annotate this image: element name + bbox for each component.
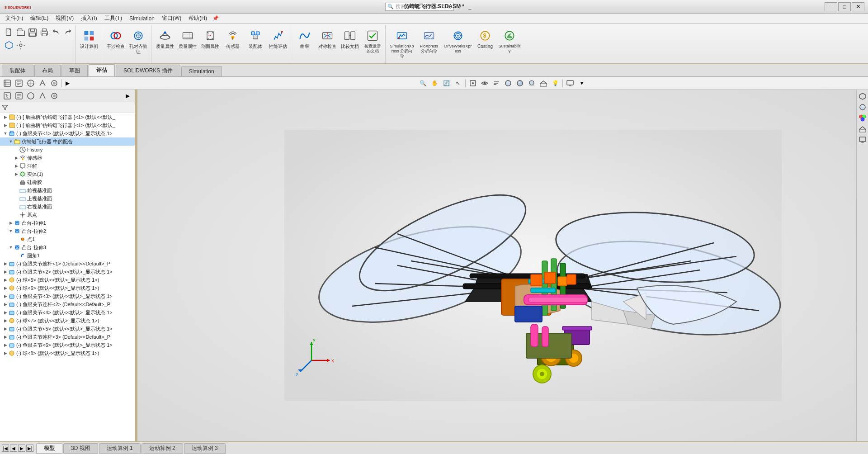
interference-btn[interactable]: 干涉检查	[105, 26, 127, 58]
new-btn[interactable]	[4, 27, 14, 38]
feature-tree-tab[interactable]	[2, 90, 13, 101]
restore-button[interactable]: □	[838, 2, 851, 11]
menu-simulation[interactable]: Simulation	[126, 14, 158, 23]
expand-arrow-b6[interactable]: ▶	[3, 286, 8, 290]
more-icon[interactable]: ▾	[576, 78, 587, 89]
nav-left-most[interactable]: |◀	[2, 445, 9, 452]
tree-item-fish-joint6[interactable]: ▶ (-) 鱼眼关节<6> (默认<<默认>_显示状态 1>	[0, 341, 135, 349]
quality-btn[interactable]: 质量属性	[177, 26, 198, 58]
expand-arrow-b5[interactable]: ▶	[3, 278, 8, 282]
menu-tools[interactable]: 工具(T)	[101, 14, 126, 23]
menu-help[interactable]: 帮助(H)	[185, 14, 211, 23]
expand-arrow-sensor[interactable]: ▶	[14, 156, 19, 160]
close-button[interactable]: ✕	[852, 2, 864, 11]
expand-arrow-fj2[interactable]: ▶	[3, 270, 8, 274]
tree-item-ball6[interactable]: ▶ (-) 球<6> (默认<<默认>_显示状态 1>)	[0, 284, 135, 292]
nav-right[interactable]: ▶	[18, 445, 25, 452]
tab-motion2[interactable]: 运动算例 2	[142, 443, 183, 454]
snap-icon[interactable]	[467, 78, 478, 89]
expand-arrow-annot[interactable]: ▶	[14, 164, 19, 168]
view-selection-icon[interactable]: ↖	[453, 78, 463, 89]
view-pan-icon[interactable]: ✋	[429, 78, 440, 89]
tree-item-top-plane[interactable]: 上视基准面	[0, 194, 135, 203]
sim-xpress-btn[interactable]: SimulationXpress 分析向导	[388, 26, 415, 60]
menu-edit[interactable]: 编辑(E)	[27, 14, 52, 23]
tree-item-ball5[interactable]: ▶ (-) 球<5> (默认<<默认>_显示状态 1>)	[0, 276, 135, 284]
lights-icon[interactable]: 💡	[550, 78, 561, 89]
save-btn[interactable]	[27, 27, 38, 38]
expand-arrow-boss3[interactable]: ▼	[8, 245, 14, 250]
expand-left-panel[interactable]: ▶	[122, 90, 133, 101]
tree-item-ball7[interactable]: ▶ (-) 球<7> (默认<<默认>_显示状态 1>)	[0, 317, 135, 325]
tab-assembly[interactable]: 装配体	[2, 65, 33, 76]
perf-eval-btn[interactable]: 性能评估	[267, 26, 289, 58]
pin-menu[interactable]: 📌	[212, 15, 219, 21]
tab-motion3[interactable]: 运动算例 3	[184, 443, 226, 454]
expand-arrow-fj5[interactable]: ▶	[3, 326, 8, 331]
scenes-btn[interactable]	[858, 124, 868, 134]
viewport-canvas[interactable]: x y z	[137, 90, 856, 441]
expand-arrow-folder[interactable]: ▼	[8, 139, 14, 144]
tree-item-joint-link2[interactable]: ▶ (-) 鱼眼关节连杆<2> (Default<<Default>_P	[0, 300, 135, 308]
symmetry-check-btn[interactable]: 对称检查	[316, 26, 338, 58]
tree-item-fish-joint3[interactable]: ▶ (-) 鱼眼关节<3> (默认<<默认>_显示状态 1>	[0, 292, 135, 300]
shaded-icon[interactable]	[503, 78, 514, 89]
tab-solidworks-addins[interactable]: SOLIDWORKS 插件	[116, 65, 180, 76]
prop-mgr-tab[interactable]	[14, 90, 24, 101]
section-btn[interactable]: 剖面属性	[199, 26, 221, 58]
hide-show-icon[interactable]	[479, 78, 490, 89]
expand-arrow[interactable]: ▶	[3, 115, 8, 119]
tree-item-front-crank[interactable]: ▶ (-) [ 前曲柄^仿蜻蜓飞行器 ]<1> (默认<<默认_	[0, 121, 135, 129]
expand-tree-icon[interactable]: ▶	[64, 78, 71, 89]
tab-3d-view[interactable]: 3D 视图	[63, 443, 98, 454]
tree-item-solids[interactable]: ▶ 实体(1)	[0, 170, 135, 178]
monitor-icon[interactable]	[565, 78, 576, 89]
view-zoom-icon[interactable]: 🔍	[417, 78, 428, 89]
open-btn[interactable]	[15, 27, 26, 38]
dim-xpert-tab[interactable]	[37, 90, 48, 101]
tree-item-fish-joint2[interactable]: ▶ (-) 鱼眼关节<2> (默认<<默认>_显示状态 1>	[0, 268, 135, 276]
tree-item-rubber[interactable]: 硅橡胶	[0, 178, 135, 186]
undo-btn[interactable]	[51, 27, 61, 38]
tree-item-joint-link3[interactable]: ▶ (-) 鱼眼关节连杆<3> (Default<<Default>_P	[0, 333, 135, 341]
display-state-tab[interactable]	[49, 90, 60, 101]
options-btn[interactable]	[15, 40, 26, 51]
expand-arrow-boss2[interactable]: ▼	[8, 229, 14, 233]
shadows-icon[interactable]	[526, 78, 537, 89]
tree-item-boss1[interactable]: ▶ 凸台-拉伸1	[0, 219, 135, 227]
assembly-stat-btn[interactable]: 装配体	[245, 26, 266, 58]
display-mgr-icon[interactable]	[49, 78, 60, 89]
3d-view-btn[interactable]	[4, 40, 14, 51]
tree-item-ball8[interactable]: ▶ (-) 球<8> (默认<<默认>_显示状态 1>)	[0, 349, 135, 357]
nav-left[interactable]: ◀	[10, 445, 17, 452]
menu-insert[interactable]: 插入(I)	[77, 14, 100, 23]
design-study-btn[interactable]: 设计算例	[78, 26, 100, 58]
3d-viewport[interactable]: x y z	[137, 90, 856, 441]
propmgr-icon[interactable]	[14, 78, 24, 89]
tree-item-fish-joint1[interactable]: ▼ (-) 鱼眼关节<1> (默认<<默认>_显示状态 1>	[0, 129, 135, 137]
tree-item-point1[interactable]: 点1	[0, 235, 135, 243]
menu-file[interactable]: 文件(F)	[2, 14, 27, 23]
tree-item-fillet1[interactable]: 圆角1	[0, 251, 135, 260]
mass-props-btn[interactable]: 质量属性	[154, 26, 176, 58]
expand-arrow[interactable]: ▶	[3, 123, 8, 128]
scene-icon[interactable]	[538, 78, 549, 89]
tab-simulation[interactable]: Simulation	[181, 66, 222, 76]
tab-sketch[interactable]: 草图	[61, 65, 88, 76]
display-mgr-right-btn[interactable]	[858, 135, 868, 145]
tree-item-history[interactable]: History	[0, 146, 135, 154]
tree-item-rear-crank[interactable]: ▶ (-) [ 后曲柄^仿蜻蜓飞行器 ]<1> (默认<<默认_	[0, 113, 135, 121]
tree-item-sensors[interactable]: ▶ 传感器	[0, 154, 135, 162]
expand-arrow-jl2[interactable]: ▶	[3, 302, 8, 307]
expand-arrow-expanded[interactable]: ▼	[3, 131, 8, 136]
nav-right-most[interactable]: ▶|	[26, 445, 33, 452]
menu-window[interactable]: 窗口(W)	[158, 14, 185, 23]
expand-arrow-b8[interactable]: ▶	[3, 351, 8, 355]
curvature-btn[interactable]: 曲率	[294, 26, 316, 58]
expand-arrow-boss1[interactable]: ▶	[8, 221, 14, 225]
sustainability-btn[interactable]: Sustainability	[497, 26, 522, 58]
config-mgr-tab[interactable]	[25, 90, 36, 101]
tab-layout[interactable]: 布局	[34, 65, 61, 76]
tree-item-right-plane[interactable]: 右视基准面	[0, 203, 135, 211]
tab-motion1[interactable]: 运动算例 1	[99, 443, 141, 454]
